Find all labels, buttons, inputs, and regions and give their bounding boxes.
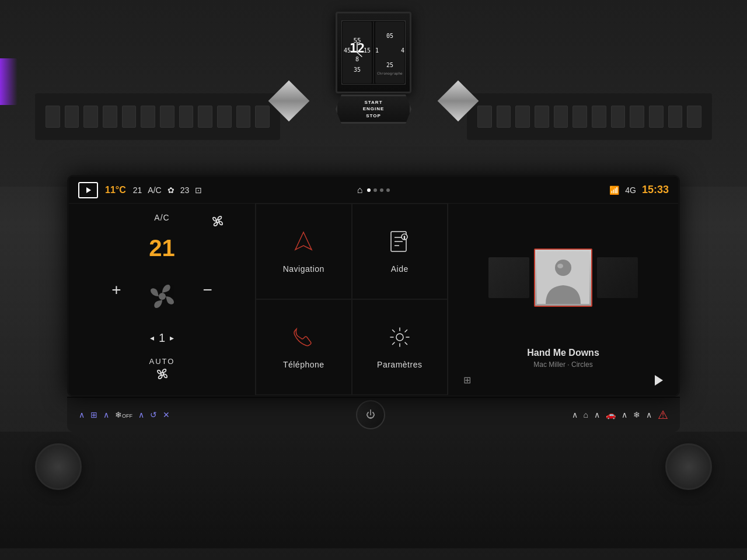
temperature-display: 11°C bbox=[105, 185, 126, 195]
left-indicator-light bbox=[0, 58, 18, 105]
play-icon bbox=[86, 187, 91, 193]
vent-slat bbox=[217, 106, 232, 128]
aide-menu-item[interactable]: i Aide bbox=[352, 204, 448, 299]
vent-slat bbox=[198, 106, 212, 128]
svg-text:1: 1 bbox=[375, 47, 379, 54]
nav-dot-4[interactable] bbox=[386, 188, 390, 192]
speed-increase[interactable]: ▸ bbox=[170, 333, 174, 342]
steering-knob-right[interactable] bbox=[665, 443, 712, 490]
ac-plus-button[interactable]: + bbox=[111, 281, 121, 299]
steering-knob-left[interactable] bbox=[35, 443, 82, 490]
climate-status: 21 A/C ✿ 23 ⊡ bbox=[133, 186, 203, 195]
bottom-btn-2[interactable]: ∧ bbox=[103, 410, 109, 419]
nav-dot-2[interactable] bbox=[374, 188, 377, 192]
bottom-right-car[interactable]: 🚗 bbox=[606, 410, 616, 419]
vent-left bbox=[35, 93, 280, 140]
vent-slat bbox=[46, 106, 60, 128]
navigation-menu-item[interactable]: Navigation bbox=[256, 204, 352, 299]
infotainment-screen: 11°C 21 A/C ✿ 23 ⊡ ⌂ 📶 bbox=[67, 175, 680, 397]
bottom-controls-bar: ∧ ⊞ ∧ ❄OFF ∧ ↺ ✕ ⏻ ∧ ⌂ ∧ 🚗 ∧ ❄ ∧ ⚠ bbox=[67, 397, 680, 432]
ac-speed-control: ◂ 1 ▸ bbox=[150, 331, 174, 345]
seat-heat-icon: ⊡ bbox=[195, 186, 202, 195]
bottom-right-home[interactable]: ⌂ bbox=[584, 410, 588, 419]
bottom-btn-grid[interactable]: ⊞ bbox=[90, 410, 97, 419]
svg-text:15: 15 bbox=[364, 47, 371, 54]
bottom-btn-ac-off[interactable]: ❄OFF bbox=[115, 410, 132, 419]
ac-controls: + 21 ◂ bbox=[111, 227, 212, 352]
wifi-icon: 📶 bbox=[609, 186, 619, 195]
speed-display: 1 bbox=[159, 331, 165, 345]
vent-slat bbox=[122, 106, 137, 128]
play-music-button[interactable] bbox=[655, 375, 663, 386]
bottom-btn-x[interactable]: ✕ bbox=[163, 410, 170, 419]
home-icon[interactable]: ⌂ bbox=[357, 185, 363, 195]
svg-text:8: 8 bbox=[355, 56, 359, 62]
signal-label: 4G bbox=[625, 186, 636, 195]
play-button[interactable] bbox=[78, 182, 98, 198]
vent-slat bbox=[65, 106, 79, 128]
engine-stop-button[interactable]: STARTENGINESTOP bbox=[336, 94, 411, 124]
telephone-label: Téléphone bbox=[283, 360, 324, 369]
main-content: A/C + 21 bbox=[69, 204, 678, 395]
bottom-right-controls: ∧ ⌂ ∧ 🚗 ∧ ❄ ∧ ⚠ bbox=[572, 408, 668, 422]
svg-text:35: 35 bbox=[354, 66, 361, 73]
fan-icon: ✿ bbox=[167, 186, 174, 195]
aide-label: Aide bbox=[391, 264, 409, 274]
parametres-menu-item[interactable]: Paramètres bbox=[352, 299, 448, 395]
song-title: Hand Me Downs bbox=[458, 348, 669, 358]
ac-minus-button[interactable]: − bbox=[203, 281, 212, 299]
svg-text:05: 05 bbox=[386, 33, 393, 39]
menu-panel: Navigation i Aide bbox=[256, 204, 448, 395]
vent-area: 55 12 8 45 15 35 05 4 25 bbox=[0, 0, 747, 187]
bottom-btn-3[interactable]: ∧ bbox=[138, 410, 144, 419]
album-art-main bbox=[534, 249, 592, 307]
time-display: 15:33 bbox=[642, 184, 669, 196]
music-panel: Hand Me Downs Mac Miller · Circles ⊞ bbox=[448, 204, 678, 395]
nav-dot-1[interactable] bbox=[367, 188, 371, 192]
svg-point-28 bbox=[396, 334, 403, 341]
vent-slat bbox=[255, 106, 270, 128]
navigation-label: Navigation bbox=[283, 264, 324, 274]
engine-stop-label: STARTENGINESTOP bbox=[363, 99, 385, 119]
vent-slat bbox=[554, 106, 568, 128]
vent-slat bbox=[611, 106, 626, 128]
bottom-btn-1[interactable]: ∧ bbox=[79, 410, 85, 419]
vent-slat bbox=[630, 106, 644, 128]
vent-slat bbox=[103, 106, 117, 128]
speed-decrease[interactable]: ◂ bbox=[150, 333, 154, 342]
svg-point-30 bbox=[555, 260, 571, 276]
clock-svg: 55 12 8 45 15 35 05 4 25 bbox=[341, 20, 406, 85]
svg-marker-21 bbox=[295, 232, 312, 250]
power-button[interactable]: ⏻ bbox=[356, 400, 385, 429]
bottom-right-btn-2[interactable]: ∧ bbox=[594, 410, 600, 419]
vent-slat bbox=[649, 106, 664, 128]
album-art-prev bbox=[488, 257, 529, 298]
music-controls: ⊞ bbox=[458, 374, 669, 386]
nav-dots bbox=[367, 188, 390, 192]
aide-icon: i bbox=[388, 230, 411, 258]
svg-text:i: i bbox=[404, 236, 405, 240]
bottom-right-fan[interactable]: ❄ bbox=[633, 410, 640, 419]
navigation-icon bbox=[292, 230, 315, 258]
fan-icon-bottom bbox=[154, 366, 170, 386]
vent-slat bbox=[592, 106, 606, 128]
bottom-btn-recycle[interactable]: ↺ bbox=[150, 410, 157, 419]
screenshot-icon[interactable]: ⊞ bbox=[463, 374, 471, 386]
telephone-menu-item[interactable]: Téléphone bbox=[256, 299, 352, 395]
svg-text:45: 45 bbox=[344, 47, 351, 54]
bottom-right-btn-3[interactable]: ∧ bbox=[622, 410, 627, 419]
bottom-right-btn-1[interactable]: ∧ bbox=[572, 410, 578, 419]
clock-area: 55 12 8 45 15 35 05 4 25 bbox=[336, 12, 411, 124]
bottom-right-btn-4[interactable]: ∧ bbox=[646, 410, 652, 419]
fan-speed-display: 23 bbox=[180, 186, 190, 195]
svg-text:25: 25 bbox=[386, 62, 393, 68]
ac-temp-display: 21 bbox=[133, 186, 142, 195]
nav-dot-3[interactable] bbox=[380, 188, 383, 192]
svg-point-19 bbox=[159, 293, 166, 300]
status-right: 📶 4G 15:33 bbox=[472, 184, 669, 196]
album-art-next bbox=[597, 257, 638, 298]
vent-slat bbox=[141, 106, 155, 128]
vent-right bbox=[467, 93, 712, 140]
vent-slat bbox=[477, 106, 492, 128]
hazard-button[interactable]: ⚠ bbox=[658, 408, 668, 422]
